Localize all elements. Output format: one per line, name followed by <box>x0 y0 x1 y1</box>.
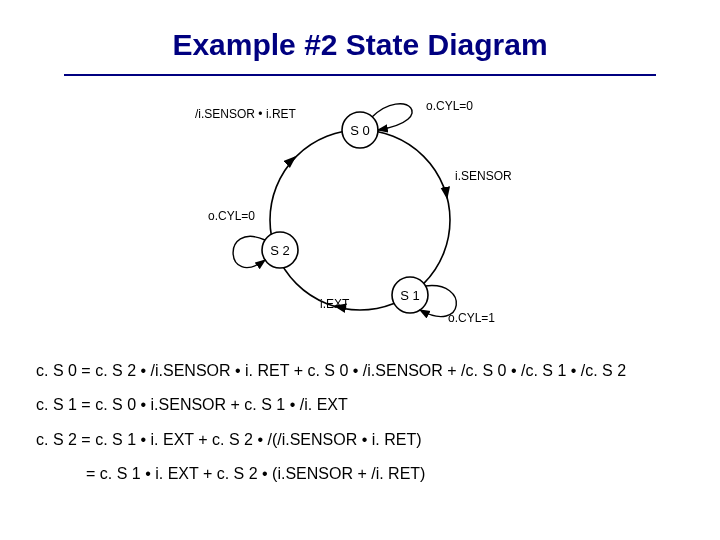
label-s2-self: o.CYL=0 <box>208 209 255 223</box>
title-underline <box>64 74 656 76</box>
equation-block: c. S 0 = c. S 2 • /i.SENSOR • i. RET + c… <box>36 362 684 484</box>
label-s0-self: o.CYL=0 <box>426 99 473 113</box>
equation-cs0: c. S 0 = c. S 2 • /i.SENSOR • i. RET + c… <box>36 362 684 380</box>
svg-text:S 1: S 1 <box>400 288 420 303</box>
equation-cs2a: c. S 2 = c. S 1 • i. EXT + c. S 2 • /(/i… <box>36 431 684 449</box>
label-s1-self: o.CYL=1 <box>448 311 495 325</box>
equation-cs2b: = c. S 1 • i. EXT + c. S 2 • (i.SENSOR +… <box>36 465 684 483</box>
label-s2-to-s0: /i.SENSOR • i.RET <box>195 107 297 121</box>
state-s1: S 1 <box>392 277 428 313</box>
state-s0: S 0 <box>342 112 378 148</box>
svg-text:S 2: S 2 <box>270 243 290 258</box>
label-s1-to-s2: i.EXT <box>320 297 350 311</box>
state-diagram: S 0 S 1 S 2 /i.SE <box>180 90 540 350</box>
slide: Example #2 State Diagram S 0 S 1 S 2 <box>0 0 720 540</box>
label-s0-to-s1: i.SENSOR <box>455 169 512 183</box>
state-s2: S 2 <box>262 232 298 268</box>
svg-text:S 0: S 0 <box>350 123 370 138</box>
self-loop-s2 <box>233 236 265 267</box>
equation-cs1: c. S 1 = c. S 0 • i.SENSOR + c. S 1 • /i… <box>36 396 684 414</box>
slide-title: Example #2 State Diagram <box>0 28 720 62</box>
